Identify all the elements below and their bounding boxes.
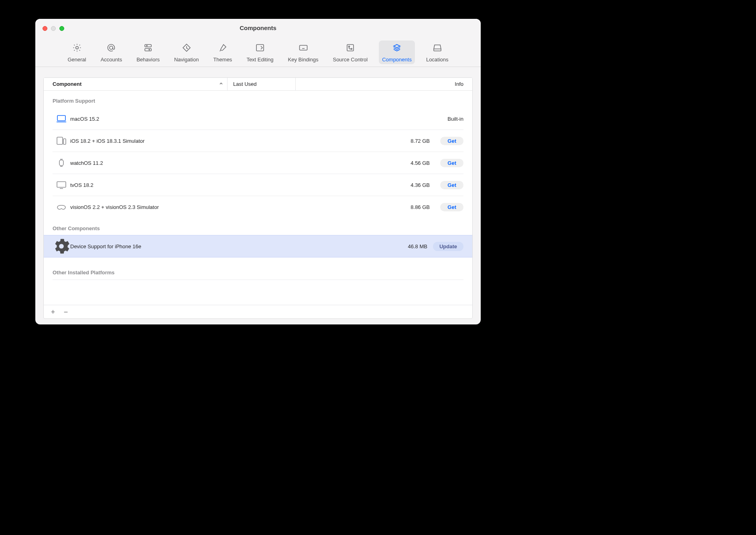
component-size: 8.86 GB [411,204,435,210]
component-size: 4.36 GB [411,182,435,188]
tab-general[interactable]: General [64,41,89,64]
section-header-platform: Platform Support [44,91,472,108]
column-header-info[interactable]: Info [296,81,472,87]
svg-rect-12 [57,137,63,144]
section-header-installed: Other Installed Platforms [44,257,472,280]
svg-rect-3 [145,49,151,51]
components-panel: Component Last Used Info Platform Suppor… [43,77,473,319]
component-name: iOS 18.2 + iOS 18.3.1 Simulator [70,138,411,144]
component-name: visionOS 2.2 + visionOS 2.3 Simulator [70,204,411,210]
component-name: Device Support for iPhone 16e [70,243,408,249]
svg-rect-13 [63,139,66,144]
tab-text-editing[interactable]: Text Editing [243,41,276,64]
component-name: tvOS 18.2 [70,182,411,188]
svg-rect-11 [57,116,65,121]
text-editing-icon [254,43,266,54]
tab-label: Components [382,57,412,63]
table-row[interactable]: watchOS 11.2 4.56 GB Get [53,152,463,174]
tab-label: Behaviors [136,57,160,63]
navigation-icon [181,43,192,54]
tvos-icon [53,180,70,189]
sort-chevron-icon [219,81,223,87]
get-button[interactable]: Get [440,181,463,189]
svg-point-5 [149,49,150,50]
table-row[interactable]: iOS 18.2 + iOS 18.3.1 Simulator 8.72 GB … [53,130,463,152]
source-control-icon [345,43,356,54]
column-header-component[interactable]: Component [44,78,228,90]
svg-rect-14 [59,160,63,166]
other-rows: Device Support for iPhone 16e 46.8 MB Up… [44,235,472,257]
svg-point-1 [110,46,113,49]
tab-label: Text Editing [246,57,273,63]
table-row[interactable]: tvOS 18.2 4.36 GB Get [53,174,463,196]
table-row-selected[interactable]: Device Support for iPhone 16e 46.8 MB Up… [44,235,472,257]
component-size: 4.56 GB [411,160,435,166]
keyboard-icon [298,43,309,54]
disk-icon [432,43,443,54]
titlebar: Components General Accounts Behaviors [35,19,481,67]
tab-label: Accounts [101,57,122,63]
divider [53,280,463,280]
get-button[interactable]: Get [440,203,463,211]
tab-key-bindings[interactable]: Key Bindings [285,41,322,64]
component-size: 46.8 MB [408,243,433,249]
visionos-icon [53,203,70,212]
preferences-window: Components General Accounts Behaviors [35,19,481,324]
tab-navigation[interactable]: Navigation [171,41,202,64]
mac-icon [53,114,70,123]
column-header-lastused[interactable]: Last Used [228,78,296,90]
svg-rect-15 [57,182,66,187]
tab-label: Themes [213,57,232,63]
at-icon [106,43,117,54]
watchos-icon [53,158,70,167]
tab-behaviors[interactable]: Behaviors [133,41,163,64]
svg-rect-8 [347,45,354,51]
component-name: macOS 15.2 [70,116,430,122]
column-header-label: Info [455,81,463,87]
update-button[interactable]: Update [433,242,463,251]
get-button[interactable]: Get [440,159,463,167]
table-row[interactable]: macOS 15.2 Built-in [53,108,463,130]
component-name: watchOS 11.2 [70,160,411,166]
svg-point-4 [146,45,147,46]
preferences-tabbar: General Accounts Behaviors Navigation [35,36,481,67]
status-builtin: Built-in [447,116,463,122]
ios-icon [53,136,70,145]
tab-source-control[interactable]: Source Control [329,41,371,64]
paintbrush-icon [217,43,228,54]
tab-accounts[interactable]: Accounts [98,41,125,64]
gear-icon [53,237,70,255]
tab-locations[interactable]: Locations [423,41,452,64]
components-icon [391,43,402,54]
tab-themes[interactable]: Themes [210,41,235,64]
gear-icon [71,43,83,54]
column-header-label: Last Used [233,81,257,87]
behaviors-icon [142,43,154,54]
window-title: Components [35,24,481,31]
footer-bar: + − [44,305,472,318]
table-row[interactable]: visionOS 2.2 + visionOS 2.3 Simulator 8.… [53,196,463,218]
svg-rect-7 [299,45,307,50]
tab-components[interactable]: Components [379,41,415,64]
tab-label: Key Bindings [288,57,319,63]
get-button[interactable]: Get [440,137,463,145]
section-header-other: Other Components [44,218,472,235]
tab-label: General [67,57,86,63]
svg-point-0 [75,47,78,49]
tab-label: Source Control [333,57,368,63]
svg-rect-2 [145,45,151,47]
component-size: 8.72 GB [411,138,435,144]
tab-label: Locations [426,57,449,63]
tab-label: Navigation [174,57,199,63]
content-area: Component Last Used Info Platform Suppor… [35,67,481,324]
platform-rows: macOS 15.2 Built-in iOS 18.2 + iOS 18.3.… [44,108,472,218]
column-header-label: Component [53,81,81,87]
add-button[interactable]: + [49,308,57,316]
svg-point-10 [351,49,352,50]
remove-button[interactable]: − [62,308,69,316]
scroll-area[interactable]: Platform Support macOS 15.2 Built-in [44,91,472,305]
column-header-row: Component Last Used Info [44,78,472,91]
svg-point-9 [348,46,350,47]
